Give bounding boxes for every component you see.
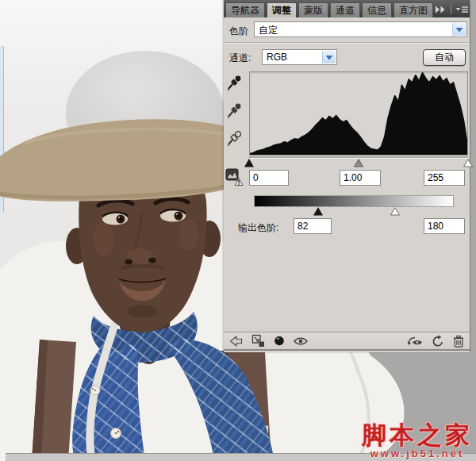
output-black-slider[interactable] bbox=[313, 207, 324, 218]
levels-preset-dropdown[interactable]: 自定 bbox=[254, 21, 467, 37]
tab-navigator[interactable]: 导航器 bbox=[225, 2, 265, 17]
clip-to-layer-icon[interactable] bbox=[251, 334, 265, 348]
input-black-field[interactable] bbox=[249, 170, 289, 186]
chevron-down-icon[interactable] bbox=[322, 51, 336, 63]
sphere-icon[interactable] bbox=[274, 335, 285, 347]
previous-state-eye-icon[interactable] bbox=[407, 336, 423, 347]
screenshot-root: 脚本之家 www.jb51.net 导航器 调整 蒙版 通道 信息 直方图 bbox=[0, 0, 476, 461]
toggle-visibility-eye-icon[interactable] bbox=[294, 336, 308, 346]
channel-dropdown[interactable]: RGB bbox=[262, 49, 337, 65]
tab-info[interactable]: 信息 bbox=[362, 2, 392, 17]
input-gamma-field[interactable] bbox=[340, 170, 381, 186]
output-levels-label: 输出色阶: bbox=[238, 221, 278, 235]
reset-icon[interactable] bbox=[432, 335, 444, 348]
output-gradient-bar bbox=[254, 195, 454, 207]
black-point-eyedropper-icon[interactable] bbox=[226, 73, 244, 92]
output-white-slider[interactable] bbox=[390, 207, 400, 218]
panel-tabbar: 导航器 调整 蒙版 通道 信息 直方图 bbox=[224, 0, 470, 17]
delete-trash-icon[interactable] bbox=[453, 335, 464, 348]
tab-adjustments[interactable]: 调整 bbox=[267, 2, 297, 17]
back-arrow-icon[interactable] bbox=[229, 336, 243, 347]
tab-masks[interactable]: 蒙版 bbox=[298, 2, 328, 17]
gray-point-eyedropper-icon[interactable] bbox=[226, 101, 244, 120]
histogram-cache-warning-icon[interactable] bbox=[225, 168, 246, 190]
channel-label: 通道: bbox=[229, 52, 251, 65]
chevron-down-icon[interactable] bbox=[452, 23, 466, 36]
tab-histogram[interactable]: 直方图 bbox=[393, 2, 433, 17]
input-gamma-slider[interactable] bbox=[354, 159, 364, 170]
output-white-field[interactable] bbox=[424, 218, 465, 234]
levels-title-label: 色阶 bbox=[229, 25, 248, 38]
levels-preset-value: 自定 bbox=[259, 24, 278, 37]
tab-channels[interactable]: 通道 bbox=[330, 2, 360, 17]
divider bbox=[224, 42, 470, 44]
input-white-slider[interactable] bbox=[463, 159, 474, 170]
panel-toolbar bbox=[224, 332, 470, 351]
input-white-field[interactable] bbox=[424, 170, 465, 186]
collapse-panels-icon[interactable] bbox=[435, 6, 446, 13]
panel-menu-icon[interactable] bbox=[456, 6, 469, 13]
histogram-shape bbox=[250, 72, 467, 155]
auto-button[interactable]: 自动 bbox=[423, 49, 466, 66]
histogram-display bbox=[249, 71, 468, 156]
white-point-eyedropper-icon[interactable] bbox=[226, 129, 244, 148]
output-black-field[interactable] bbox=[294, 218, 332, 234]
channel-value: RGB bbox=[267, 52, 287, 63]
adjustments-panel: 导航器 调整 蒙版 通道 信息 直方图 色阶 自定 bbox=[224, 0, 470, 352]
